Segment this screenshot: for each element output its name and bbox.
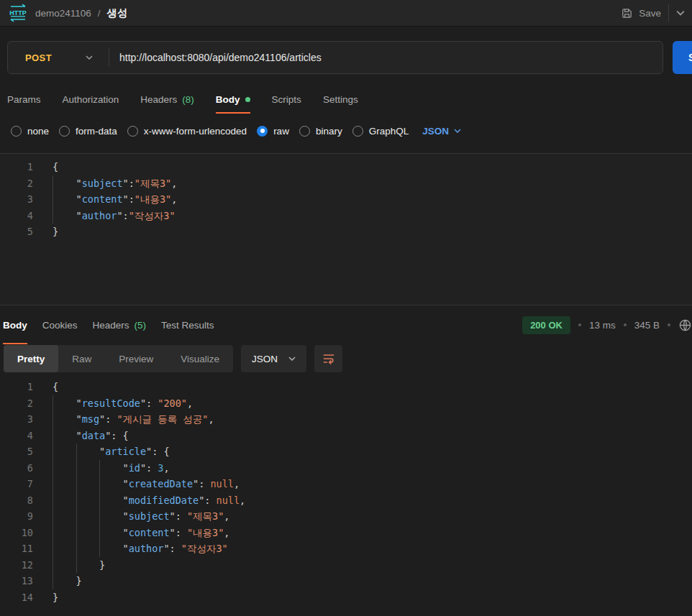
view-tab-raw[interactable]: Raw — [58, 345, 105, 372]
code-line[interactable]: 7"createdDate": null, — [0, 476, 692, 492]
code-line[interactable]: 9"subject": "제목3", — [0, 508, 692, 525]
tab-label: Settings — [323, 94, 358, 105]
radio-icon — [127, 126, 138, 137]
response-time[interactable]: 13 ms — [589, 320, 616, 331]
view-tab-preview[interactable]: Preview — [105, 345, 167, 372]
globe-icon[interactable] — [678, 318, 692, 332]
code-line[interactable]: 13} — [0, 573, 692, 589]
tab-cookies[interactable]: Cookies — [42, 305, 78, 344]
token: "작성자3" — [181, 543, 228, 554]
save-button[interactable]: Save — [621, 7, 661, 19]
tab-authorization[interactable]: Authorization — [63, 86, 119, 114]
code-line[interactable]: 1{ — [0, 379, 692, 395]
tab-test-results[interactable]: Test Results — [161, 305, 214, 344]
separator-dot — [624, 323, 627, 326]
send-button[interactable]: Send — [673, 41, 692, 74]
token: , — [208, 413, 214, 425]
token: } — [53, 592, 58, 603]
code-line[interactable]: 5"article": { — [0, 443, 692, 460]
view-tab-visualize[interactable]: Visualize — [167, 345, 233, 372]
save-options-button[interactable] — [676, 10, 685, 16]
code-line[interactable]: 3"msg": "게시글 등록 성공", — [0, 411, 692, 428]
indent-guide — [99, 508, 123, 525]
indent-guide — [76, 443, 100, 460]
code-content: "content": "내용3", — [33, 525, 229, 541]
token: article — [105, 446, 146, 457]
response-body-editor[interactable]: 1{2"resultCode": "200",3"msg": "게시글 등록 성… — [0, 373, 692, 605]
indent-guide — [76, 508, 100, 525]
indent-guide — [53, 557, 76, 574]
tab-label: Test Results — [161, 320, 214, 331]
code-line[interactable]: 11"author": "작성자3" — [0, 541, 692, 557]
tab-headers[interactable]: Headers(8) — [140, 86, 194, 114]
line-number: 4 — [0, 428, 33, 444]
radio-label: binary — [316, 126, 342, 137]
token: null — [210, 478, 234, 489]
body-type-binary[interactable]: binary — [299, 126, 342, 137]
code-content: } — [33, 224, 58, 240]
code-line[interactable]: 2"resultCode": "200", — [0, 395, 692, 412]
line-number: 9 — [0, 508, 33, 525]
response-language-select[interactable]: JSON — [241, 345, 306, 372]
raw-language-label: JSON — [422, 126, 449, 137]
token: ": — [123, 193, 135, 205]
wrap-text-button[interactable] — [314, 345, 342, 372]
token: } — [76, 575, 82, 587]
token: " — [123, 543, 129, 554]
tab-scripts[interactable]: Scripts — [272, 86, 301, 114]
svg-text:HTTP: HTTP — [9, 9, 27, 17]
view-tab-pretty[interactable]: Pretty — [4, 345, 58, 372]
raw-language-select[interactable]: JSON — [422, 126, 461, 137]
request-tabs: ParamsAuthorizationHeaders(8)BodyScripts… — [0, 86, 692, 114]
separator-dot — [668, 323, 670, 326]
response-size[interactable]: 345 B — [634, 320, 660, 331]
tab-body[interactable]: Body — [216, 86, 250, 114]
tab-headers[interactable]: Headers(5) — [93, 305, 147, 344]
app-window: HTTP demo241106 / 생성 Save — [0, 0, 692, 616]
body-type-form-data[interactable]: form-data — [59, 126, 117, 137]
body-type-none[interactable]: none — [11, 126, 49, 137]
request-header-bar: HTTP demo241106 / 생성 Save — [0, 0, 692, 27]
code-line[interactable]: 3"content":"내용3", — [0, 191, 692, 208]
code-line[interactable]: 2"subject":"제목3", — [0, 175, 692, 192]
radio-label: form-data — [76, 126, 117, 137]
code-line[interactable]: 14} — [0, 589, 692, 606]
indent-guide — [99, 525, 123, 541]
code-line[interactable]: 1{ — [0, 159, 692, 175]
tab-label: Body — [216, 94, 240, 105]
line-number: 2 — [0, 395, 33, 412]
token: author — [82, 210, 117, 221]
line-number: 5 — [0, 443, 33, 460]
body-type-graphql[interactable]: GraphQL — [352, 126, 409, 137]
body-type-x-www-form-urlencoded[interactable]: x-www-form-urlencoded — [127, 126, 247, 137]
body-type-raw[interactable]: raw — [257, 126, 289, 137]
request-body-editor[interactable]: 1{2"subject":"제목3",3"content":"내용3",4"au… — [0, 153, 692, 305]
indent-guide — [99, 476, 123, 492]
code-content: "id": 3, — [33, 460, 170, 477]
tab-params[interactable]: Params — [7, 86, 41, 114]
status-badge[interactable]: 200 OK — [522, 316, 570, 334]
indent-guide — [53, 175, 76, 192]
token: author — [129, 543, 164, 554]
method-select[interactable]: POST — [8, 52, 109, 63]
line-number: 8 — [0, 492, 33, 509]
token: ": — [99, 413, 117, 425]
code-content: } — [33, 557, 105, 574]
code-content: "resultCode": "200", — [33, 395, 193, 412]
code-content: "article": { — [33, 443, 170, 460]
body-type-row: noneform-datax-www-form-urlencodedrawbin… — [0, 118, 692, 144]
code-line[interactable]: 6"id": 3, — [0, 460, 692, 477]
chevron-down-icon — [288, 357, 296, 361]
code-line[interactable]: 4"data": { — [0, 428, 692, 444]
request-title[interactable]: 생성 — [107, 6, 128, 20]
collection-name[interactable]: demo241106 — [35, 8, 91, 19]
code-line[interactable]: 8"modifiedDate": null, — [0, 492, 692, 509]
code-line[interactable]: 4"author":"작성자3" — [0, 208, 692, 224]
url-input[interactable] — [109, 52, 663, 63]
code-line[interactable]: 12} — [0, 557, 692, 574]
tab-settings[interactable]: Settings — [323, 86, 358, 114]
token: createdDate — [129, 478, 193, 489]
tab-body[interactable]: Body — [3, 305, 27, 344]
code-line[interactable]: 10"content": "내용3", — [0, 525, 692, 541]
code-line[interactable]: 5} — [0, 224, 692, 240]
